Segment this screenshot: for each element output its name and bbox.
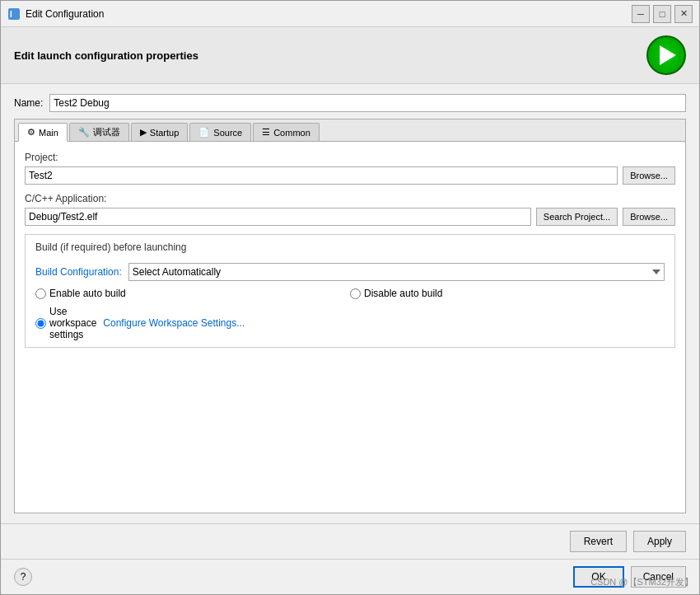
name-input[interactable]: [49, 94, 686, 112]
tab-main-label: Main: [39, 128, 58, 138]
build-config-row: Build Configuration: Select Automaticall…: [35, 263, 665, 281]
name-label: Name:: [14, 97, 43, 109]
content-spacer: [25, 356, 675, 503]
source-tab-icon: 📄: [198, 127, 210, 138]
radio-use-workspace-label: Use workspace settings: [49, 306, 96, 340]
ok-button[interactable]: OK: [573, 566, 623, 588]
tab-main[interactable]: ⚙ Main: [18, 123, 68, 142]
title-bar: I Edit Configuration ─ □ ✕: [1, 1, 699, 27]
project-row: Browse...: [25, 166, 675, 185]
project-input[interactable]: [25, 166, 618, 185]
radio-disable-auto-build: Disable auto build: [350, 288, 665, 299]
dialog-body: Name: ⚙ Main 🔧 调试器 ▶ Startup 📄: [1, 84, 699, 523]
project-field-group: Project: Browse...: [25, 152, 675, 185]
revert-button[interactable]: Revert: [570, 531, 627, 552]
apply-button[interactable]: Apply: [633, 531, 686, 552]
radio-use-workspace-input[interactable]: [35, 318, 46, 329]
tabs-panel: ⚙ Main 🔧 调试器 ▶ Startup 📄 Source ☰ Co: [14, 119, 686, 513]
project-browse-button[interactable]: Browse...: [623, 166, 675, 185]
build-config-dropdown[interactable]: Select Automatically Debug Release: [128, 263, 665, 281]
radio-enable-auto-build-label: Enable auto build: [49, 288, 126, 299]
dialog-footer: ? OK Cancel: [1, 559, 699, 594]
tab-common-label: Common: [273, 128, 310, 138]
app-input[interactable]: [25, 208, 531, 226]
radio-use-workspace: Use workspace settings: [35, 306, 96, 340]
radio-enable-auto-build-input[interactable]: [35, 288, 46, 299]
window-controls: ─ □ ✕: [632, 5, 693, 23]
help-button[interactable]: ?: [14, 568, 32, 586]
configure-workspace-link[interactable]: Configure Workspace Settings...: [103, 317, 245, 329]
dialog-header: Edit launch configuration properties: [1, 27, 699, 84]
build-section-title: Build (if required) before launching: [35, 241, 665, 253]
tab-debugger[interactable]: 🔧 调试器: [69, 123, 129, 141]
svg-text:I: I: [10, 10, 12, 19]
window-title: Edit Configuration: [26, 8, 632, 20]
common-tab-icon: ☰: [262, 127, 270, 138]
radio-disable-auto-build-input[interactable]: [350, 288, 361, 299]
app-label: C/C++ Application:: [25, 193, 675, 204]
radio-row-workspace: Use workspace settings Configure Workspa…: [35, 306, 665, 340]
tab-source[interactable]: 📄 Source: [189, 123, 251, 141]
tab-source-label: Source: [213, 128, 242, 138]
name-row: Name:: [14, 94, 686, 112]
tab-startup-label: Startup: [150, 128, 179, 138]
startup-tab-icon: ▶: [140, 127, 147, 138]
cancel-button[interactable]: Cancel: [631, 566, 686, 588]
app-row: Search Project... Browse...: [25, 208, 675, 226]
app-field-group: C/C++ Application: Search Project... Bro…: [25, 193, 675, 226]
radio-group-build: Enable auto build Disable auto build: [35, 288, 665, 299]
tab-debugger-label: 调试器: [93, 126, 120, 138]
tab-common[interactable]: ☰ Common: [253, 123, 320, 141]
minimize-button[interactable]: ─: [632, 5, 650, 23]
edit-configuration-window: I Edit Configuration ─ □ ✕ Edit launch c…: [0, 0, 700, 595]
ide-icon: I: [7, 7, 21, 21]
project-label: Project:: [25, 152, 675, 163]
dialog-title: Edit launch configuration properties: [14, 49, 198, 62]
run-icon: [646, 35, 686, 75]
tabs-bar: ⚙ Main 🔧 调试器 ▶ Startup 📄 Source ☰ Co: [15, 119, 685, 142]
debugger-tab-icon: 🔧: [78, 127, 90, 138]
main-tab-icon: ⚙: [27, 127, 35, 138]
app-browse-button[interactable]: Browse...: [623, 208, 675, 226]
maximize-button[interactable]: □: [653, 5, 671, 23]
bottom-buttons: Revert Apply: [1, 523, 699, 559]
close-button[interactable]: ✕: [674, 5, 693, 23]
tab-startup[interactable]: ▶ Startup: [131, 123, 188, 141]
build-section: Build (if required) before launching Bui…: [25, 234, 675, 348]
search-project-button[interactable]: Search Project...: [536, 208, 618, 226]
tab-content-main: Project: Browse... C/C++ Application: Se…: [15, 142, 685, 513]
footer-right-buttons: OK Cancel: [573, 566, 686, 588]
build-config-link[interactable]: Build Configuration:: [35, 266, 122, 278]
radio-enable-auto-build: Enable auto build: [35, 288, 350, 299]
radio-disable-auto-build-label: Disable auto build: [364, 288, 442, 299]
